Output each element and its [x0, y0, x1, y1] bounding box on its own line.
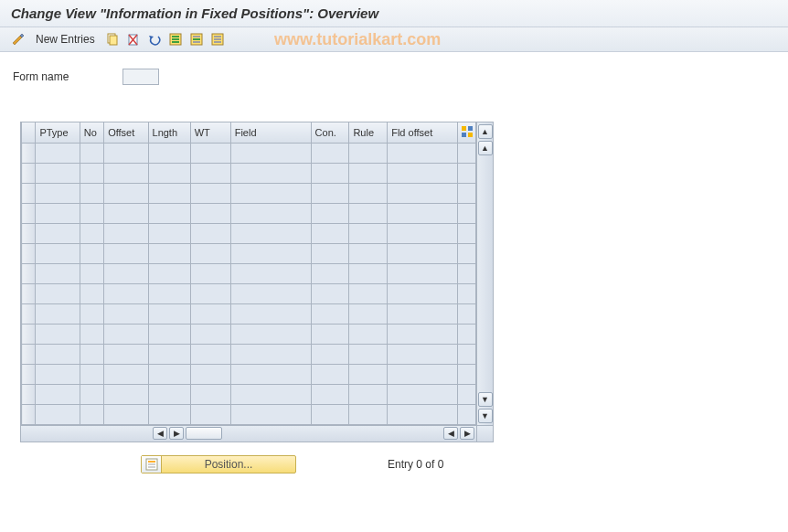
configure-columns-button[interactable] [458, 122, 476, 143]
cell[interactable] [388, 303, 458, 324]
cell[interactable] [388, 344, 458, 364]
toggle-display-change-icon[interactable] [9, 30, 27, 48]
scroll-thumb[interactable] [186, 427, 222, 440]
cell[interactable] [190, 223, 230, 243]
cell[interactable] [148, 344, 190, 364]
row-header-corner[interactable] [22, 122, 36, 143]
cell[interactable] [36, 163, 80, 183]
cell[interactable] [190, 364, 230, 384]
cell[interactable] [104, 143, 148, 163]
cell[interactable] [80, 344, 103, 364]
cell[interactable] [311, 243, 349, 263]
col-offset[interactable]: Offset [104, 122, 148, 143]
scroll-left-end-button[interactable]: ◀ [443, 427, 458, 440]
cell[interactable] [349, 283, 388, 303]
cell[interactable] [80, 384, 103, 404]
cell[interactable] [230, 404, 311, 424]
scroll-up-page-button[interactable]: ▲ [478, 141, 493, 155]
row-selector[interactable] [22, 163, 36, 183]
row-selector[interactable] [22, 283, 36, 303]
cell[interactable] [311, 143, 349, 163]
cell[interactable] [190, 183, 230, 203]
cell[interactable] [388, 263, 458, 283]
undo-icon[interactable] [145, 30, 164, 48]
cell[interactable] [80, 243, 103, 263]
cell[interactable] [458, 303, 476, 324]
cell[interactable] [349, 183, 388, 203]
cell[interactable] [458, 263, 476, 283]
cell[interactable] [311, 203, 349, 223]
cell[interactable] [36, 384, 80, 404]
cell[interactable] [311, 344, 349, 364]
select-block-icon[interactable] [187, 30, 206, 48]
cell[interactable] [190, 344, 230, 364]
cell[interactable] [148, 243, 190, 263]
row-selector[interactable] [22, 303, 36, 324]
cell[interactable] [190, 384, 230, 404]
cell[interactable] [230, 283, 311, 303]
horizontal-scrollbar[interactable]: ◀ ▶ ◀ ▶ [21, 425, 476, 442]
cell[interactable] [80, 203, 103, 223]
cell[interactable] [349, 163, 388, 183]
cell[interactable] [190, 404, 230, 424]
deselect-all-icon[interactable] [208, 30, 227, 48]
cell[interactable] [349, 223, 388, 243]
cell[interactable] [230, 183, 311, 203]
cell[interactable] [230, 344, 311, 364]
cell[interactable] [104, 404, 148, 424]
cell[interactable] [104, 384, 148, 404]
cell[interactable] [349, 344, 388, 364]
col-fld-offset[interactable]: Fld offset [388, 122, 458, 143]
cell[interactable] [388, 183, 458, 203]
cell[interactable] [458, 203, 476, 223]
cell[interactable] [36, 203, 80, 223]
scroll-up-button[interactable]: ▲ [478, 124, 493, 139]
cell[interactable] [458, 283, 476, 303]
cell[interactable] [148, 324, 190, 344]
cell[interactable] [148, 364, 190, 384]
cell[interactable] [148, 143, 190, 163]
row-selector[interactable] [22, 364, 36, 384]
cell[interactable] [190, 243, 230, 263]
cell[interactable] [104, 364, 148, 384]
col-rule[interactable]: Rule [349, 122, 388, 143]
cell[interactable] [190, 143, 230, 163]
cell[interactable] [349, 404, 388, 424]
cell[interactable] [458, 243, 476, 263]
cell[interactable] [148, 183, 190, 203]
col-lngth[interactable]: Lngth [148, 122, 190, 143]
cell[interactable] [80, 183, 103, 203]
cell[interactable] [349, 203, 388, 223]
cell[interactable] [104, 303, 148, 324]
cell[interactable] [311, 324, 349, 344]
row-selector[interactable] [22, 143, 36, 163]
row-selector[interactable] [22, 344, 36, 364]
cell[interactable] [36, 183, 80, 203]
cell[interactable] [458, 143, 476, 163]
cell[interactable] [190, 263, 230, 283]
cell[interactable] [80, 404, 103, 424]
cell[interactable] [80, 324, 103, 344]
cell[interactable] [311, 223, 349, 243]
cell[interactable] [311, 404, 349, 424]
new-entries-button[interactable]: New Entries [30, 31, 101, 48]
cell[interactable] [230, 384, 311, 404]
cell[interactable] [311, 263, 349, 283]
form-name-input[interactable] [122, 69, 159, 85]
cell[interactable] [230, 223, 311, 243]
cell[interactable] [80, 364, 103, 384]
select-all-icon[interactable] [166, 30, 185, 48]
cell[interactable] [36, 404, 80, 424]
col-no[interactable]: No [80, 122, 103, 143]
copy-icon[interactable] [103, 30, 122, 48]
row-selector[interactable] [22, 203, 36, 223]
cell[interactable] [104, 183, 148, 203]
cell[interactable] [230, 263, 311, 283]
cell[interactable] [388, 404, 458, 424]
cell[interactable] [104, 283, 148, 303]
row-selector[interactable] [22, 243, 36, 263]
cell[interactable] [104, 243, 148, 263]
cell[interactable] [190, 303, 230, 324]
cell[interactable] [104, 223, 148, 243]
col-con[interactable]: Con. [311, 122, 349, 143]
